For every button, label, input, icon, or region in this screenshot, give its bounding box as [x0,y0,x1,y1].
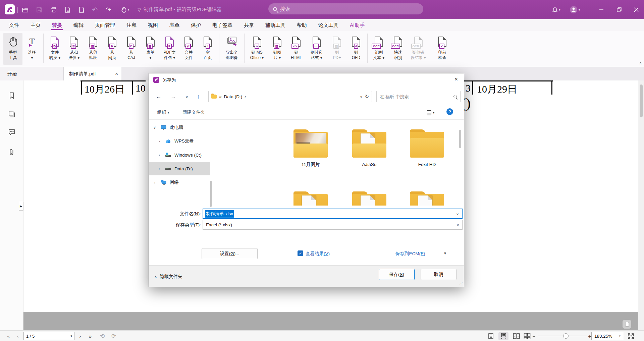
new-document-icon[interactable] [76,5,87,15]
foxit-assistant-floater[interactable] [623,320,631,329]
filename-input[interactable]: 制作清单.xlsx ∨ [203,209,463,219]
menu-form[interactable]: 表单 [164,19,185,31]
page-dropdown-arrow[interactable]: ▾ [70,334,72,338]
print-icon[interactable] [49,5,59,15]
tab-start-page[interactable]: 开始 [0,67,64,80]
scan-document-icon[interactable] [62,5,72,15]
save-icon[interactable] [34,5,44,15]
filename-value-selected[interactable]: 制作清单.xlsx [205,210,234,218]
hand-tool-icon[interactable]: ▾ [117,5,132,15]
nav-recent-dropdown[interactable]: ∨ [182,92,192,102]
rotate-right-button[interactable]: ⟳ [109,331,118,341]
rotate-left-button[interactable]: ⟲ [98,331,107,341]
tree-item-wps-cloud[interactable]: › WPS云盘 [149,134,210,148]
tree-item-this-pc[interactable]: ∨ 此电脑 [149,121,210,134]
filetype-select[interactable]: Excel (*.xlsx) ∨ [203,220,463,230]
dialog-search-box[interactable] [376,91,461,102]
ribbon-select-tool[interactable]: T 选择▾ [22,33,42,65]
ribbon-collapse-chevron[interactable]: ∧ [639,61,642,65]
ribbon-from-clipboard[interactable]: ▤ 从剪贴板 [84,33,103,65]
menu-share[interactable]: 共享 [238,19,260,31]
zoom-dropdown-arrow[interactable]: ▾ [619,334,621,338]
ribbon-to-image[interactable]: →▧ 到图片 ▾ [268,33,287,65]
organize-menu[interactable]: 组织 ▾ [157,109,169,115]
page-number-input[interactable] [24,334,63,339]
nav-forward-button[interactable]: → [168,92,178,102]
menu-accessibility[interactable]: 辅助工具 [260,19,291,31]
facing-view-button[interactable] [511,332,521,340]
last-page-button[interactable]: » [86,331,95,341]
tree-label[interactable]: Windows (C:) [174,153,202,158]
tab-close-icon[interactable]: × [115,67,118,80]
settings-button[interactable]: 设置(G)... [202,248,258,259]
ribbon-preflight-check[interactable]: ✓ 印前检查 [433,33,452,65]
redo-icon[interactable]: ↷ [103,5,113,15]
save-to-ecm-link[interactable]: 保存到ECM(E) [395,251,425,257]
address-dropdown-icon[interactable]: ∨ [360,95,362,99]
tree-item-network[interactable]: › 网络 [149,176,210,189]
tree-chevron[interactable]: › [157,153,162,157]
zoom-out-button[interactable]: − [531,331,537,341]
ribbon-pdf-portfolio[interactable]: P PDF文件包 ▾ [160,33,179,65]
menu-convert[interactable]: 转换 [46,19,68,31]
folder-item-photos[interactable]: 11月图片 [287,129,334,168]
facing-continuous-view-button[interactable] [522,332,532,340]
next-page-button[interactable]: › [76,331,84,341]
fullscreen-button[interactable] [627,332,635,340]
menu-organize[interactable]: 页面管理 [89,19,121,31]
menu-protect[interactable]: 保护 [185,19,207,31]
menu-edit[interactable]: 编辑 [68,19,89,31]
ecm-dropdown-arrow[interactable]: ▼ [443,251,447,255]
address-bar[interactable]: « Data (D:) › ∨ ↻ [208,91,372,102]
minimize-button[interactable] [593,0,609,19]
tree-chevron[interactable]: › [152,180,157,184]
chevron-down-icon[interactable]: ∨ [456,212,459,216]
search-input[interactable] [280,6,419,12]
breadcrumb-ellipsis[interactable]: « [219,94,222,99]
ribbon-quick-recognize[interactable]: OCR 快速识别 [388,33,408,65]
maximize-button[interactable] [611,0,627,19]
tree-label[interactable]: WPS云盘 [174,138,194,144]
global-search-box[interactable] [268,3,423,14]
ribbon-export-all-images[interactable]: 导出全部图像 [221,33,243,65]
ribbon-to-other-format[interactable]: →⋯ 到其它格式 ▾ [306,33,327,65]
tree-chevron[interactable]: › [157,167,162,171]
ribbon-from-web[interactable]: ⊕ 从网页 [103,33,122,65]
tree-chevron[interactable]: ∨ [152,125,157,130]
menu-help[interactable]: 帮助 [291,19,313,31]
breadcrumb-current-folder[interactable]: Data (D:) [224,94,243,99]
view-options-button[interactable]: ▾ [424,109,438,117]
dialog-close-button[interactable]: × [448,73,464,86]
chevron-down-icon[interactable]: ∨ [457,223,459,227]
menu-file[interactable]: 文件 [3,19,25,31]
tree-scrollbar-thumb[interactable] [210,181,212,207]
ribbon-hand-tool[interactable]: 手型工具 [3,33,22,65]
folder-item-foxit-hd[interactable]: Foxit HD [404,129,450,168]
view-result-label[interactable]: 查看结果(V) [306,251,330,257]
hide-folders-toggle[interactable]: ∧隐藏文件夹 [154,274,182,280]
collapse-toolbar-icon[interactable]: ▽ [134,5,144,15]
ribbon-merge-files[interactable]: ⇄ 合并文件 [179,33,198,65]
first-page-button[interactable]: « [4,331,13,341]
menu-comment[interactable]: 注释 [121,19,142,31]
ribbon-from-scanner[interactable]: ≣ 从扫描仪 ▾ [64,33,84,65]
sidebar-expand-handle[interactable]: ▶ [19,202,23,211]
folder-item-ajiasu[interactable]: AJiaSu [346,129,393,168]
folder-item-partial[interactable] [287,191,334,206]
pages-panel-icon[interactable] [8,110,16,118]
single-page-view-button[interactable] [486,332,496,340]
help-button[interactable]: ? [446,108,453,115]
zoom-slider-thumb[interactable] [563,333,569,339]
comments-panel-icon[interactable] [8,128,16,136]
attachments-panel-icon[interactable] [8,148,16,156]
tree-item-windows-c[interactable]: › Windows (C:) [149,148,210,162]
undo-icon[interactable]: ↶ [90,5,100,15]
ribbon-blank-page[interactable]: + 空白页 [198,33,217,65]
tree-chevron[interactable]: › [157,139,162,143]
document-vertical-scrollbar[interactable] [638,80,644,330]
dialog-titlebar[interactable]: 另存为 × [149,73,464,86]
scrollbar-thumb[interactable] [640,84,643,117]
bookmarks-panel-icon[interactable] [8,92,16,100]
cancel-button[interactable]: 取消 [421,269,457,280]
folder-item-partial[interactable] [346,191,393,206]
